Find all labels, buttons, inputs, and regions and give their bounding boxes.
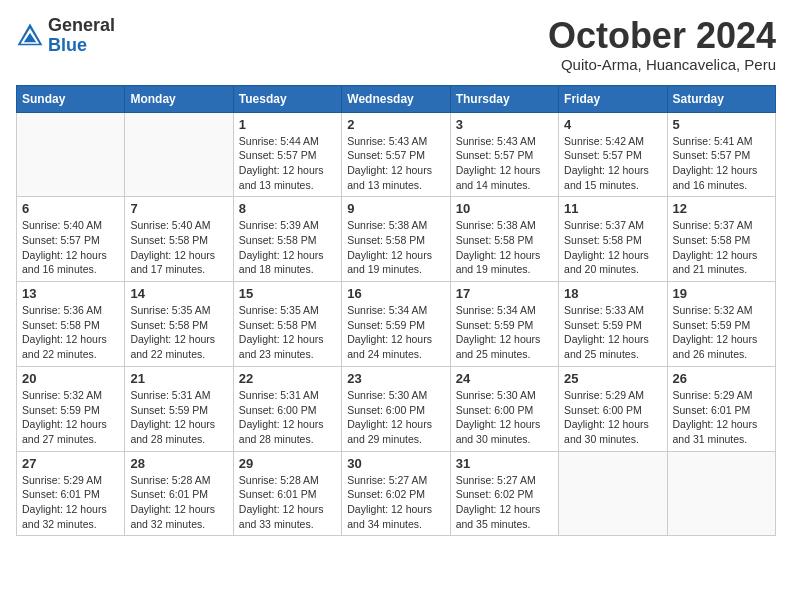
day-number: 10 (456, 201, 553, 216)
day-info: Sunrise: 5:40 AMSunset: 5:57 PMDaylight:… (22, 218, 119, 277)
day-info: Sunrise: 5:37 AMSunset: 5:58 PMDaylight:… (564, 218, 661, 277)
day-number: 9 (347, 201, 444, 216)
calendar-cell (17, 112, 125, 197)
day-number: 27 (22, 456, 119, 471)
day-number: 8 (239, 201, 336, 216)
day-info: Sunrise: 5:40 AMSunset: 5:58 PMDaylight:… (130, 218, 227, 277)
day-number: 7 (130, 201, 227, 216)
calendar-cell: 31Sunrise: 5:27 AMSunset: 6:02 PMDayligh… (450, 451, 558, 536)
day-info: Sunrise: 5:37 AMSunset: 5:58 PMDaylight:… (673, 218, 770, 277)
day-info: Sunrise: 5:33 AMSunset: 5:59 PMDaylight:… (564, 303, 661, 362)
week-row-3: 20Sunrise: 5:32 AMSunset: 5:59 PMDayligh… (17, 366, 776, 451)
day-info: Sunrise: 5:29 AMSunset: 6:01 PMDaylight:… (22, 473, 119, 532)
calendar-cell (667, 451, 775, 536)
day-info: Sunrise: 5:32 AMSunset: 5:59 PMDaylight:… (673, 303, 770, 362)
week-row-2: 13Sunrise: 5:36 AMSunset: 5:58 PMDayligh… (17, 282, 776, 367)
day-number: 30 (347, 456, 444, 471)
calendar-cell: 12Sunrise: 5:37 AMSunset: 5:58 PMDayligh… (667, 197, 775, 282)
day-number: 24 (456, 371, 553, 386)
day-number: 15 (239, 286, 336, 301)
calendar-cell: 13Sunrise: 5:36 AMSunset: 5:58 PMDayligh… (17, 282, 125, 367)
day-number: 20 (22, 371, 119, 386)
month-title: October 2024 (548, 16, 776, 56)
day-number: 5 (673, 117, 770, 132)
day-info: Sunrise: 5:35 AMSunset: 5:58 PMDaylight:… (239, 303, 336, 362)
calendar-cell: 23Sunrise: 5:30 AMSunset: 6:00 PMDayligh… (342, 366, 450, 451)
logo-text: General Blue (48, 16, 115, 56)
calendar-cell: 25Sunrise: 5:29 AMSunset: 6:00 PMDayligh… (559, 366, 667, 451)
logo-icon (16, 22, 44, 50)
day-info: Sunrise: 5:30 AMSunset: 6:00 PMDaylight:… (347, 388, 444, 447)
calendar-cell: 8Sunrise: 5:39 AMSunset: 5:58 PMDaylight… (233, 197, 341, 282)
logo: General Blue (16, 16, 115, 56)
day-number: 11 (564, 201, 661, 216)
day-number: 1 (239, 117, 336, 132)
day-number: 25 (564, 371, 661, 386)
day-number: 21 (130, 371, 227, 386)
calendar-cell: 26Sunrise: 5:29 AMSunset: 6:01 PMDayligh… (667, 366, 775, 451)
day-number: 29 (239, 456, 336, 471)
day-info: Sunrise: 5:36 AMSunset: 5:58 PMDaylight:… (22, 303, 119, 362)
day-number: 19 (673, 286, 770, 301)
calendar-cell: 3Sunrise: 5:43 AMSunset: 5:57 PMDaylight… (450, 112, 558, 197)
col-header-tuesday: Tuesday (233, 85, 341, 112)
day-info: Sunrise: 5:34 AMSunset: 5:59 PMDaylight:… (347, 303, 444, 362)
day-info: Sunrise: 5:29 AMSunset: 6:01 PMDaylight:… (673, 388, 770, 447)
col-header-monday: Monday (125, 85, 233, 112)
calendar-cell: 14Sunrise: 5:35 AMSunset: 5:58 PMDayligh… (125, 282, 233, 367)
day-info: Sunrise: 5:39 AMSunset: 5:58 PMDaylight:… (239, 218, 336, 277)
day-info: Sunrise: 5:30 AMSunset: 6:00 PMDaylight:… (456, 388, 553, 447)
day-number: 16 (347, 286, 444, 301)
day-info: Sunrise: 5:34 AMSunset: 5:59 PMDaylight:… (456, 303, 553, 362)
day-number: 4 (564, 117, 661, 132)
day-info: Sunrise: 5:44 AMSunset: 5:57 PMDaylight:… (239, 134, 336, 193)
day-number: 26 (673, 371, 770, 386)
calendar-table: SundayMondayTuesdayWednesdayThursdayFrid… (16, 85, 776, 537)
day-info: Sunrise: 5:31 AMSunset: 6:00 PMDaylight:… (239, 388, 336, 447)
day-info: Sunrise: 5:38 AMSunset: 5:58 PMDaylight:… (456, 218, 553, 277)
calendar-cell: 30Sunrise: 5:27 AMSunset: 6:02 PMDayligh… (342, 451, 450, 536)
day-number: 28 (130, 456, 227, 471)
day-number: 18 (564, 286, 661, 301)
day-info: Sunrise: 5:35 AMSunset: 5:58 PMDaylight:… (130, 303, 227, 362)
day-number: 3 (456, 117, 553, 132)
day-number: 31 (456, 456, 553, 471)
calendar-cell: 27Sunrise: 5:29 AMSunset: 6:01 PMDayligh… (17, 451, 125, 536)
day-info: Sunrise: 5:27 AMSunset: 6:02 PMDaylight:… (456, 473, 553, 532)
calendar-cell: 6Sunrise: 5:40 AMSunset: 5:57 PMDaylight… (17, 197, 125, 282)
col-header-saturday: Saturday (667, 85, 775, 112)
calendar-cell: 15Sunrise: 5:35 AMSunset: 5:58 PMDayligh… (233, 282, 341, 367)
col-header-sunday: Sunday (17, 85, 125, 112)
calendar-cell: 11Sunrise: 5:37 AMSunset: 5:58 PMDayligh… (559, 197, 667, 282)
day-info: Sunrise: 5:43 AMSunset: 5:57 PMDaylight:… (456, 134, 553, 193)
calendar-cell: 10Sunrise: 5:38 AMSunset: 5:58 PMDayligh… (450, 197, 558, 282)
calendar-cell: 7Sunrise: 5:40 AMSunset: 5:58 PMDaylight… (125, 197, 233, 282)
week-row-0: 1Sunrise: 5:44 AMSunset: 5:57 PMDaylight… (17, 112, 776, 197)
day-number: 23 (347, 371, 444, 386)
day-number: 6 (22, 201, 119, 216)
calendar-cell: 22Sunrise: 5:31 AMSunset: 6:00 PMDayligh… (233, 366, 341, 451)
calendar-cell: 1Sunrise: 5:44 AMSunset: 5:57 PMDaylight… (233, 112, 341, 197)
day-number: 17 (456, 286, 553, 301)
day-number: 14 (130, 286, 227, 301)
week-row-4: 27Sunrise: 5:29 AMSunset: 6:01 PMDayligh… (17, 451, 776, 536)
page-header: General Blue October 2024 Quito-Arma, Hu… (16, 16, 776, 73)
calendar-cell: 16Sunrise: 5:34 AMSunset: 5:59 PMDayligh… (342, 282, 450, 367)
calendar-cell: 4Sunrise: 5:42 AMSunset: 5:57 PMDaylight… (559, 112, 667, 197)
calendar-cell: 20Sunrise: 5:32 AMSunset: 5:59 PMDayligh… (17, 366, 125, 451)
calendar-cell: 9Sunrise: 5:38 AMSunset: 5:58 PMDaylight… (342, 197, 450, 282)
logo-general: General (48, 15, 115, 35)
calendar-cell: 24Sunrise: 5:30 AMSunset: 6:00 PMDayligh… (450, 366, 558, 451)
day-info: Sunrise: 5:29 AMSunset: 6:00 PMDaylight:… (564, 388, 661, 447)
day-info: Sunrise: 5:28 AMSunset: 6:01 PMDaylight:… (130, 473, 227, 532)
col-header-thursday: Thursday (450, 85, 558, 112)
day-info: Sunrise: 5:32 AMSunset: 5:59 PMDaylight:… (22, 388, 119, 447)
day-number: 22 (239, 371, 336, 386)
logo-blue: Blue (48, 35, 87, 55)
day-info: Sunrise: 5:28 AMSunset: 6:01 PMDaylight:… (239, 473, 336, 532)
day-info: Sunrise: 5:27 AMSunset: 6:02 PMDaylight:… (347, 473, 444, 532)
calendar-cell: 21Sunrise: 5:31 AMSunset: 5:59 PMDayligh… (125, 366, 233, 451)
day-number: 12 (673, 201, 770, 216)
calendar-cell: 5Sunrise: 5:41 AMSunset: 5:57 PMDaylight… (667, 112, 775, 197)
day-info: Sunrise: 5:42 AMSunset: 5:57 PMDaylight:… (564, 134, 661, 193)
